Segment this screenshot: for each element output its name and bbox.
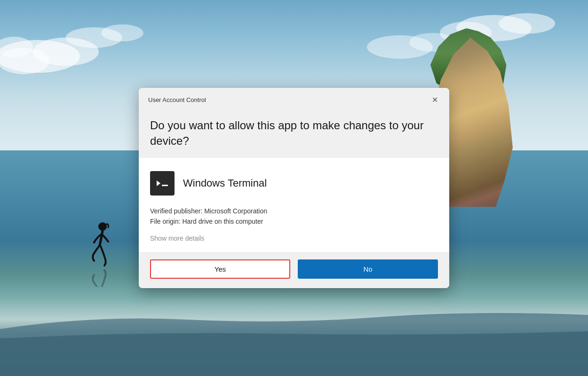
dialog-title: User Account Control <box>148 96 206 103</box>
app-name: Windows Terminal <box>183 177 267 189</box>
yes-button[interactable]: Yes <box>150 259 290 279</box>
app-icon <box>150 171 175 196</box>
uac-dialog: User Account Control ✕ Do you want to al… <box>139 88 449 288</box>
app-info-row: Windows Terminal <box>150 171 438 196</box>
svg-rect-15 <box>162 185 168 186</box>
verified-publisher: Verified publisher: Microsoft Corporatio… <box>150 206 438 216</box>
dialog-titlebar: User Account Control ✕ <box>139 88 449 110</box>
dialog-body: Windows Terminal Verified publisher: Mic… <box>139 158 449 252</box>
dialog-footer: Yes No <box>139 252 449 288</box>
publisher-info: Verified publisher: Microsoft Corporatio… <box>150 206 438 227</box>
svg-rect-13 <box>154 175 171 192</box>
dialog-header: Do you want to allow this app to make ch… <box>139 110 449 158</box>
no-button[interactable]: No <box>298 259 438 279</box>
show-more-details-button[interactable]: Show more details <box>150 235 204 242</box>
file-origin: File origin: Hard drive on this computer <box>150 216 438 227</box>
terminal-icon <box>154 175 171 192</box>
close-button[interactable]: ✕ <box>428 93 442 107</box>
dialog-question: Do you want to allow this app to make ch… <box>150 118 438 149</box>
dialog-overlay: User Account Control ✕ Do you want to al… <box>0 0 588 376</box>
